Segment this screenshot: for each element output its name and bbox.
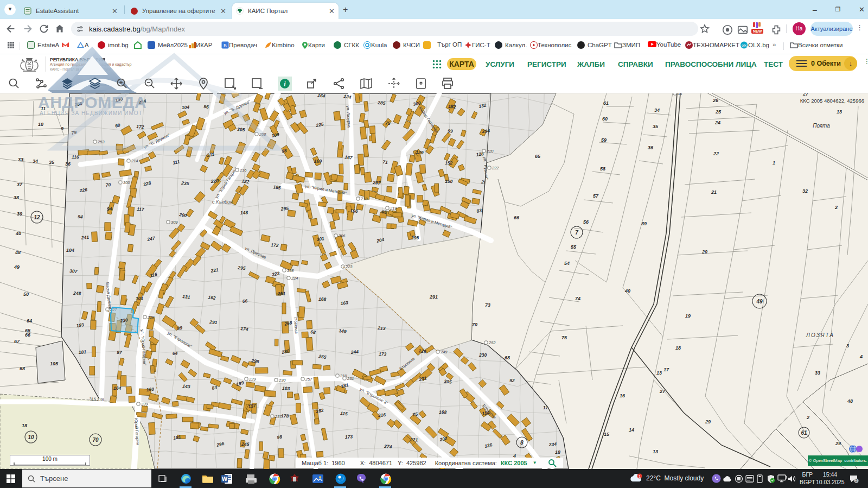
svg-text:68: 68 [310,329,316,335]
svg-text:237: 237 [275,414,282,419]
svg-text:163: 163 [340,300,349,306]
svg-text:4: 4 [859,354,863,359]
svg-text:20: 20 [701,249,707,255]
svg-text:218: 218 [360,197,368,201]
svg-text:Поята: Поята [813,123,830,129]
svg-text:26: 26 [712,98,719,103]
svg-text:17: 17 [663,367,669,372]
svg-text:308: 308 [287,268,294,273]
svg-text:168: 168 [318,296,327,302]
svg-text:48: 48 [15,250,21,255]
svg-text:252: 252 [488,340,496,345]
svg-text:27: 27 [802,93,809,97]
svg-text:ЛОЗЯТА: ЛОЗЯТА [806,332,834,338]
svg-text:230: 230 [478,352,487,358]
svg-text:ККС 2005 4804622, 425966: ККС 2005 4804622, 425966 [800,98,864,104]
svg-text:223: 223 [345,264,353,269]
svg-text:8: 8 [520,440,524,446]
svg-text:115: 115 [340,410,348,416]
svg-text:33: 33 [18,157,23,162]
svg-text:2: 2 [806,415,809,420]
svg-text:214: 214 [131,159,138,163]
svg-text:101: 101 [136,295,144,301]
svg-text:35: 35 [653,124,659,129]
svg-text:96: 96 [203,104,209,110]
svg-text:50: 50 [23,291,29,297]
svg-text:129: 129 [416,149,424,155]
svg-text:207: 207 [372,180,381,186]
svg-text:224: 224 [291,276,298,281]
svg-text:220: 220 [486,149,494,154]
svg-text:174: 174 [240,326,249,332]
svg-text:152: 152 [445,160,453,166]
svg-text:61: 61 [603,100,609,106]
svg-text:150: 150 [445,179,453,184]
svg-text:181: 181 [78,349,86,355]
svg-text:61: 61 [801,430,807,436]
svg-text:38: 38 [14,195,19,200]
svg-text:7: 7 [575,230,578,236]
svg-text:65: 65 [381,209,387,215]
svg-text:Б: Б [224,43,227,48]
svg-text:230: 230 [278,378,286,383]
svg-text:75: 75 [412,411,418,417]
svg-text:22: 22 [713,151,719,156]
svg-text:306: 306 [339,233,346,238]
svg-text:36: 36 [65,161,71,167]
svg-text:65: 65 [535,154,541,159]
svg-text:olx: olx [742,43,746,47]
svg-text:193: 193 [76,322,85,328]
svg-text:166: 166 [350,208,358,214]
svg-text:70: 70 [92,437,99,443]
svg-text:167: 167 [344,154,354,161]
svg-text:56: 56 [583,219,589,225]
svg-text:39: 39 [17,211,22,217]
svg-text:66: 66 [25,332,31,338]
svg-text:24: 24 [714,120,720,125]
svg-text:21: 21 [711,189,717,195]
svg-text:216: 216 [239,168,247,173]
svg-text:79: 79 [71,130,77,136]
svg-text:244: 244 [350,349,359,355]
svg-text:75: 75 [561,335,567,340]
svg-text:36: 36 [648,145,654,150]
svg-text:104: 104 [66,248,74,253]
svg-text:2: 2 [855,478,857,483]
svg-text:W: W [221,476,227,482]
svg-text:34: 34 [33,159,38,164]
svg-text:173: 173 [379,351,387,357]
svg-text:143: 143 [182,383,190,389]
svg-text:59: 59 [601,137,607,143]
svg-text:295: 295 [237,265,246,271]
svg-text:68: 68 [20,366,25,371]
svg-text:70: 70 [472,322,477,327]
svg-text:160: 160 [146,386,154,392]
svg-text:129: 129 [418,348,427,354]
svg-text:94: 94 [107,206,112,212]
svg-text:230: 230 [119,317,129,324]
svg-text:11: 11 [41,106,46,111]
svg-text:70: 70 [105,182,111,188]
svg-text:295: 295 [280,206,289,212]
svg-text:49: 49 [756,299,763,305]
svg-text:18: 18 [22,423,27,428]
svg-text:57: 57 [593,193,599,199]
svg-text:74: 74 [575,296,580,301]
svg-text:173: 173 [345,434,353,440]
svg-text:34: 34 [678,93,682,96]
svg-text:169: 169 [314,159,322,164]
svg-text:18: 18 [555,449,560,455]
svg-text:274: 274 [384,443,392,449]
svg-text:64: 64 [173,351,178,356]
svg-text:213: 213 [377,325,386,331]
svg-text:94: 94 [78,214,83,219]
svg-text:116: 116 [72,154,79,160]
svg-text:64: 64 [27,318,32,324]
svg-text:300: 300 [123,180,130,185]
svg-text:148: 148 [240,210,248,216]
svg-text:219: 219 [390,206,397,211]
svg-text:34: 34 [654,107,660,113]
svg-text:40: 40 [624,288,630,294]
svg-text:75: 75 [385,121,391,126]
svg-text:182: 182 [448,104,456,110]
